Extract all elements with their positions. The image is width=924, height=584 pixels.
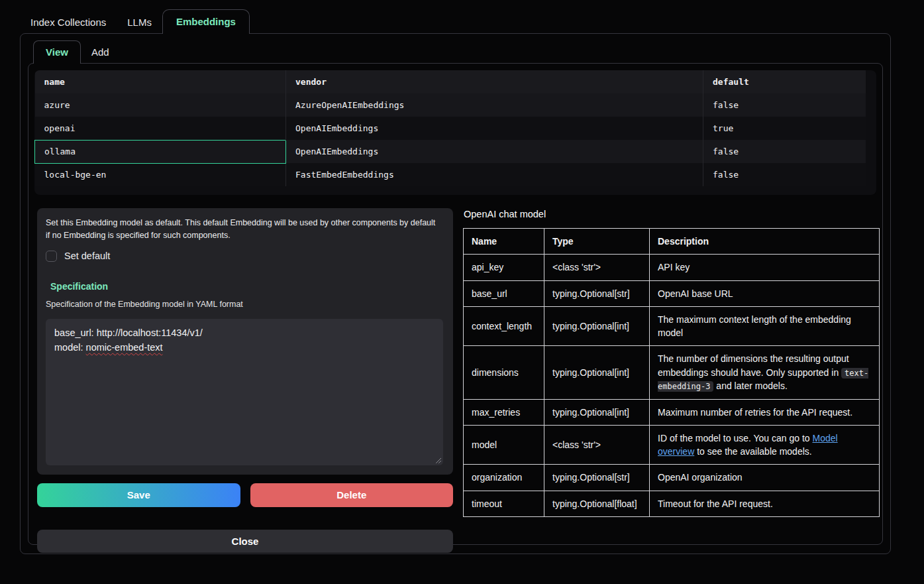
- cell-default: false: [703, 140, 866, 163]
- param-row-model: model<class 'str'>ID of the model to use…: [464, 425, 880, 465]
- cell-name: local-bge-en: [35, 163, 286, 186]
- param-name: base_url: [464, 280, 544, 306]
- main-tab-bar: Index Collections LLMs Embeddings: [0, 9, 924, 33]
- param-type: typing.Optional[int]: [544, 399, 650, 425]
- sub-tab-bar: View Add: [28, 40, 883, 63]
- param-name: dimensions: [464, 346, 544, 399]
- param-column-header-description: Description: [650, 229, 880, 255]
- set-default-checkbox[interactable]: [46, 251, 57, 262]
- param-description: OpenAI organization: [650, 465, 880, 491]
- param-description: OpenAI base URL: [650, 280, 880, 306]
- cell-default: false: [703, 93, 866, 117]
- param-row-organization: organizationtyping.Optional[str]OpenAI o…: [464, 465, 880, 491]
- cell-default: false: [703, 163, 866, 186]
- inline-code: text-embedding-3: [658, 368, 868, 392]
- param-type: typing.Optional[str]: [544, 465, 650, 491]
- cell-vendor: AzureOpenAIEmbeddings: [286, 93, 703, 117]
- param-description: The number of dimensions the resulting o…: [650, 346, 880, 399]
- param-type: typing.Optional[str]: [544, 280, 650, 306]
- embedding-row-local-bge-en[interactable]: local-bge-enFastEmbedEmbeddingsfalse: [35, 163, 866, 186]
- cell-vendor: FastEmbedEmbeddings: [286, 163, 703, 186]
- embeddings-panel: View Add namevendordefault azureAzureOpe…: [20, 33, 891, 554]
- param-type: <class 'str'>: [544, 425, 650, 465]
- column-header-default: default: [703, 70, 866, 93]
- tab-view[interactable]: View: [33, 40, 81, 64]
- embeddings-table-card: namevendordefault azureAzureOpenAIEmbedd…: [34, 70, 876, 195]
- edit-column: Set this Embedding model as default. Thi…: [37, 208, 453, 553]
- param-row-base_url: base_urltyping.Optional[str]OpenAI base …: [464, 280, 880, 306]
- cell-name: openai: [35, 117, 286, 140]
- param-column-header-type: Type: [544, 229, 650, 255]
- params-table: NameTypeDescription api_key<class 'str'>…: [463, 228, 880, 517]
- app-root: Index Collections LLMs Embeddings View A…: [0, 9, 924, 554]
- param-name: context_length: [464, 306, 544, 346]
- column-header-name: name: [35, 70, 286, 93]
- cell-name: ollama: [35, 140, 286, 163]
- resize-handle[interactable]: [435, 457, 441, 463]
- param-type: <class 'str'>: [544, 255, 650, 280]
- param-description: API key: [650, 255, 880, 280]
- param-row-dimensions: dimensionstyping.Optional[int]The number…: [464, 346, 880, 399]
- misspelled-word: nomic-embed-text: [86, 342, 163, 353]
- set-default-description: Set this Embedding model as default. Thi…: [46, 217, 441, 243]
- param-row-timeout: timeouttyping.Optional[float]Timeout for…: [464, 491, 880, 516]
- model-overview-link[interactable]: Model overview: [658, 433, 838, 457]
- tab-llms[interactable]: LLMs: [117, 11, 162, 33]
- param-row-max_retries: max_retriestyping.Optional[int]Maximum n…: [464, 399, 880, 425]
- param-name: organization: [464, 465, 544, 491]
- specification-help-text: Specification of the Embedding model in …: [46, 300, 443, 309]
- cell-default: true: [703, 117, 866, 140]
- column-header-vendor: vendor: [286, 70, 703, 93]
- embeddings-table: namevendordefault azureAzureOpenAIEmbedd…: [34, 70, 866, 186]
- detail-section: Set this Embedding model as default. Thi…: [37, 208, 877, 553]
- cell-name: azure: [35, 93, 286, 117]
- default-spec-panel: Set this Embedding model as default. Thi…: [37, 208, 453, 475]
- save-button[interactable]: Save: [37, 483, 240, 507]
- param-type: typing.Optional[float]: [544, 491, 650, 516]
- params-table-header: NameTypeDescription: [464, 229, 880, 255]
- embedding-row-azure[interactable]: azureAzureOpenAIEmbeddingsfalse: [35, 93, 866, 117]
- close-button[interactable]: Close: [37, 530, 453, 553]
- set-default-row[interactable]: Set default: [46, 251, 443, 262]
- spec-editor-line: base_url: http://localhost:11434/v1/: [54, 326, 435, 341]
- action-button-row: Save Delete: [37, 483, 453, 507]
- set-default-label: Set default: [64, 251, 110, 261]
- cell-vendor: OpenAIEmbeddings: [286, 117, 703, 140]
- embedding-row-ollama[interactable]: ollamaOpenAIEmbeddingsfalse: [35, 140, 866, 163]
- cell-vendor: OpenAIEmbeddings: [286, 140, 703, 163]
- delete-button[interactable]: Delete: [250, 483, 454, 507]
- params-column: OpenAI chat model NameTypeDescription ap…: [463, 208, 877, 553]
- tab-add[interactable]: Add: [81, 41, 120, 63]
- param-description: Maximum number of retries for the API re…: [650, 399, 880, 425]
- tab-index-collections[interactable]: Index Collections: [20, 11, 117, 33]
- spec-yaml-editor[interactable]: base_url: http://localhost:11434/v1/mode…: [46, 319, 443, 465]
- params-table-caption: OpenAI chat model: [464, 209, 877, 219]
- param-name: max_retries: [464, 399, 544, 425]
- param-column-header-name: Name: [464, 229, 544, 255]
- param-type: typing.Optional[int]: [544, 346, 650, 399]
- param-name: api_key: [464, 255, 544, 280]
- param-description: ID of the model to use. You can go to Mo…: [650, 425, 880, 465]
- embeddings-table-header: namevendordefault: [35, 70, 866, 93]
- param-name: model: [464, 425, 544, 465]
- param-description: The maximum context length of the embedd…: [650, 306, 880, 346]
- embedding-row-openai[interactable]: openaiOpenAIEmbeddingstrue: [35, 117, 866, 140]
- param-name: timeout: [464, 491, 544, 516]
- tab-embeddings[interactable]: Embeddings: [162, 9, 250, 34]
- spec-editor-line: model: nomic-embed-text: [54, 341, 435, 355]
- view-panel: namevendordefault azureAzureOpenAIEmbedd…: [28, 63, 883, 545]
- param-description: Timeout for the API request.: [650, 491, 880, 516]
- specification-heading: Specification: [50, 281, 443, 292]
- param-row-api_key: api_key<class 'str'>API key: [464, 255, 880, 280]
- param-row-context_length: context_lengthtyping.Optional[int]The ma…: [464, 306, 880, 346]
- param-type: typing.Optional[int]: [544, 306, 650, 346]
